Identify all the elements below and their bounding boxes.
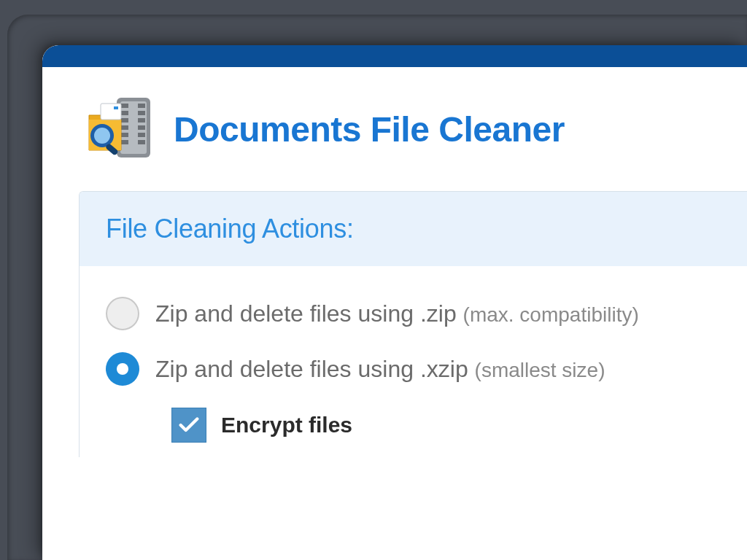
svg-point-17 bbox=[94, 128, 110, 144]
svg-rect-5 bbox=[138, 111, 145, 115]
window-title-bar[interactable] bbox=[42, 45, 747, 67]
option-xzip-row: Zip and delete files using .xzip (smalle… bbox=[106, 352, 721, 386]
option-xzip-label-wrapper: Zip and delete files using .xzip (smalle… bbox=[155, 356, 605, 383]
checkbox-encrypt[interactable] bbox=[171, 408, 206, 443]
svg-rect-10 bbox=[121, 133, 128, 137]
svg-rect-13 bbox=[138, 140, 145, 144]
svg-rect-14 bbox=[101, 104, 121, 120]
radio-zip[interactable] bbox=[106, 297, 139, 330]
option-zip-hint: (max. compatibility) bbox=[463, 303, 639, 326]
option-xzip-hint: (smallest size) bbox=[475, 359, 605, 381]
option-zip-label-wrapper: Zip and delete files using .zip (max. co… bbox=[155, 300, 639, 327]
encrypt-label: Encrypt files bbox=[221, 413, 352, 438]
radio-selected-dot-icon bbox=[117, 363, 128, 375]
svg-rect-9 bbox=[138, 125, 145, 130]
svg-rect-2 bbox=[121, 104, 128, 108]
app-title: Documents File Cleaner bbox=[174, 109, 565, 149]
app-window: Documents File Cleaner File Cleaning Act… bbox=[42, 45, 747, 560]
svg-rect-6 bbox=[121, 118, 128, 122]
panel-body: Zip and delete files using .zip (max. co… bbox=[80, 266, 747, 457]
panel-title: File Cleaning Actions: bbox=[106, 214, 721, 244]
svg-rect-3 bbox=[138, 104, 145, 108]
checkmark-icon bbox=[177, 413, 201, 438]
svg-rect-12 bbox=[121, 140, 128, 144]
app-header: Documents File Cleaner bbox=[42, 67, 747, 185]
radio-xzip[interactable] bbox=[106, 352, 139, 386]
option-xzip-label: Zip and delete files using .xzip bbox=[155, 356, 475, 382]
encrypt-option-row: Encrypt files bbox=[171, 408, 721, 443]
actions-panel: File Cleaning Actions: Zip and delete fi… bbox=[79, 191, 747, 457]
panel-header: File Cleaning Actions: bbox=[80, 192, 747, 266]
svg-rect-8 bbox=[121, 125, 128, 130]
svg-rect-15 bbox=[114, 106, 118, 109]
svg-rect-11 bbox=[138, 133, 145, 137]
option-zip-label: Zip and delete files using .zip bbox=[155, 300, 463, 327]
app-zip-search-icon bbox=[85, 95, 153, 163]
svg-rect-4 bbox=[121, 111, 128, 115]
svg-rect-7 bbox=[138, 118, 145, 122]
option-zip-row: Zip and delete files using .zip (max. co… bbox=[106, 297, 721, 330]
